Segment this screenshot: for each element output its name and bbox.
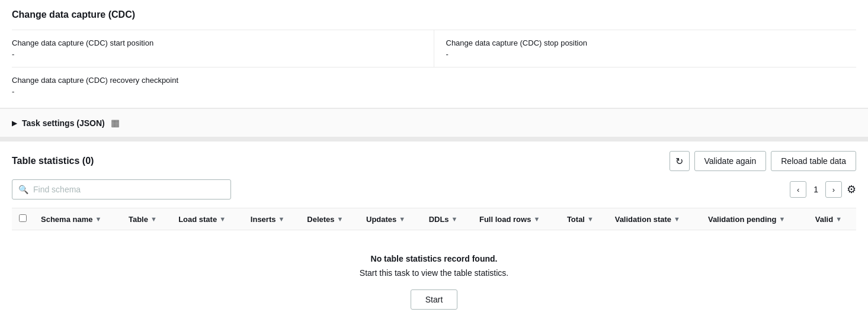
validation-pending-sort-icon: ▼ (779, 215, 785, 223)
deletes-label: Deletes (307, 215, 334, 224)
col-schema-name[interactable]: Schema name ▼ (34, 208, 121, 230)
task-settings-label: Task settings (JSON) (22, 118, 105, 128)
task-settings-row[interactable]: ▶ Task settings (JSON) ▦ (0, 109, 868, 138)
full-load-rows-sort[interactable]: Full load rows ▼ (479, 215, 540, 224)
ddls-label: DDLs (429, 215, 449, 224)
col-table[interactable]: Table ▼ (121, 208, 171, 230)
inserts-sort-icon: ▼ (278, 215, 284, 223)
validation-pending-sort[interactable]: Validation pending ▼ (708, 215, 785, 224)
empty-state-row: No table statistics record found. Start … (12, 230, 856, 326)
validation-pending-label: Validation pending (708, 215, 777, 224)
updates-label: Updates (366, 215, 396, 224)
empty-state-subtitle: Start this task to view the table statis… (24, 268, 844, 278)
ddls-sort[interactable]: DDLs ▼ (429, 215, 458, 224)
total-label: Total (567, 215, 585, 224)
valid-sort-icon: ▼ (835, 215, 842, 223)
reload-table-data-button[interactable]: Reload table data (771, 151, 856, 171)
validate-again-button[interactable]: Validate again (694, 151, 767, 171)
schema-name-label: Schema name (41, 215, 92, 224)
load-state-sort-icon: ▼ (219, 215, 226, 223)
chevron-right-icon: ▶ (12, 119, 17, 127)
cdc-recovery-section: Change data capture (CDC) recovery check… (12, 67, 856, 108)
pagination-controls: ‹ 1 › ⚙ (790, 181, 856, 198)
total-sort-icon: ▼ (587, 215, 594, 223)
refresh-button[interactable]: ↻ (670, 151, 690, 171)
start-task-button[interactable]: Start (411, 289, 458, 310)
select-all-checkbox[interactable] (19, 214, 27, 222)
table-sort-icon: ▼ (150, 215, 157, 223)
col-updates[interactable]: Updates ▼ (359, 208, 422, 230)
cdc-section: Change data capture (CDC) Change data ca… (0, 0, 868, 109)
deletes-sort-icon: ▼ (337, 215, 344, 223)
schema-name-sort-icon: ▼ (95, 215, 101, 223)
empty-state-title: No table statistics record found. (24, 254, 844, 263)
col-full-load-rows[interactable]: Full load rows ▼ (472, 208, 560, 230)
col-load-state[interactable]: Load state ▼ (171, 208, 244, 230)
select-all-checkbox-header[interactable] (12, 208, 34, 230)
cdc-start-label: Change data capture (CDC) start position (12, 38, 434, 47)
copy-icon[interactable]: ▦ (111, 117, 120, 128)
col-deletes[interactable]: Deletes ▼ (300, 208, 359, 230)
valid-sort[interactable]: Valid ▼ (815, 215, 842, 224)
table-header-row: Schema name ▼ Table ▼ Load state ▼ (12, 208, 856, 230)
cdc-stop-cell: Change data capture (CDC) stop position … (434, 30, 857, 67)
cdc-start-cell: Change data capture (CDC) start position… (12, 30, 434, 67)
table-label: Table (129, 215, 148, 224)
total-sort[interactable]: Total ▼ (567, 215, 594, 224)
col-validation-state[interactable]: Validation state ▼ (608, 208, 701, 230)
table-stats-actions: ↻ Validate again Reload table data (670, 151, 856, 171)
cdc-recovery-value: - (12, 87, 856, 96)
inserts-label: Inserts (251, 215, 276, 224)
cdc-start-value: - (12, 50, 434, 59)
refresh-icon: ↻ (675, 156, 683, 167)
table-stats-title: Table statistics (0) (12, 156, 94, 166)
updates-sort-icon: ▼ (399, 215, 405, 223)
search-icon: 🔍 (18, 185, 28, 194)
page-number: 1 (809, 185, 823, 194)
updates-sort[interactable]: Updates ▼ (366, 215, 405, 224)
table-wrap: Schema name ▼ Table ▼ Load state ▼ (12, 208, 856, 325)
search-row: 🔍 ‹ 1 › ⚙ (12, 179, 856, 199)
validation-state-sort[interactable]: Validation state ▼ (615, 215, 680, 224)
full-load-rows-label: Full load rows (479, 215, 531, 224)
table-stats-header: Table statistics (0) ↻ Validate again Re… (12, 151, 856, 171)
valid-label: Valid (815, 215, 833, 224)
ddls-sort-icon: ▼ (451, 215, 458, 223)
cdc-title: Change data capture (CDC) (12, 9, 856, 20)
load-state-sort[interactable]: Load state ▼ (178, 215, 226, 224)
table-statistics-section: Table statistics (0) ↻ Validate again Re… (0, 141, 868, 325)
search-input[interactable] (33, 185, 225, 194)
statistics-table: Schema name ▼ Table ▼ Load state ▼ (12, 208, 856, 325)
cdc-grid: Change data capture (CDC) start position… (12, 30, 856, 67)
inserts-sort[interactable]: Inserts ▼ (251, 215, 285, 224)
col-validation-pending[interactable]: Validation pending ▼ (701, 208, 808, 230)
schema-name-sort[interactable]: Schema name ▼ (41, 215, 101, 224)
col-ddls[interactable]: DDLs ▼ (422, 208, 472, 230)
deletes-sort[interactable]: Deletes ▼ (307, 215, 343, 224)
load-state-label: Load state (178, 215, 217, 224)
search-container: 🔍 (12, 179, 231, 199)
table-sort[interactable]: Table ▼ (129, 215, 157, 224)
validation-state-label: Validation state (615, 215, 671, 224)
empty-state: No table statistics record found. Start … (12, 230, 856, 325)
cdc-stop-label: Change data capture (CDC) stop position (446, 38, 857, 47)
cdc-stop-value: - (446, 50, 857, 59)
validation-state-sort-icon: ▼ (674, 215, 680, 223)
full-load-rows-sort-icon: ▼ (533, 215, 540, 223)
col-total[interactable]: Total ▼ (560, 208, 608, 230)
column-settings-icon[interactable]: ⚙ (847, 183, 856, 196)
col-valid[interactable]: Valid ▼ (808, 208, 856, 230)
cdc-recovery-label: Change data capture (CDC) recovery check… (12, 76, 856, 85)
next-page-button[interactable]: › (825, 181, 842, 198)
col-inserts[interactable]: Inserts ▼ (244, 208, 300, 230)
empty-state-cell: No table statistics record found. Start … (12, 230, 856, 326)
prev-page-button[interactable]: ‹ (790, 181, 806, 198)
